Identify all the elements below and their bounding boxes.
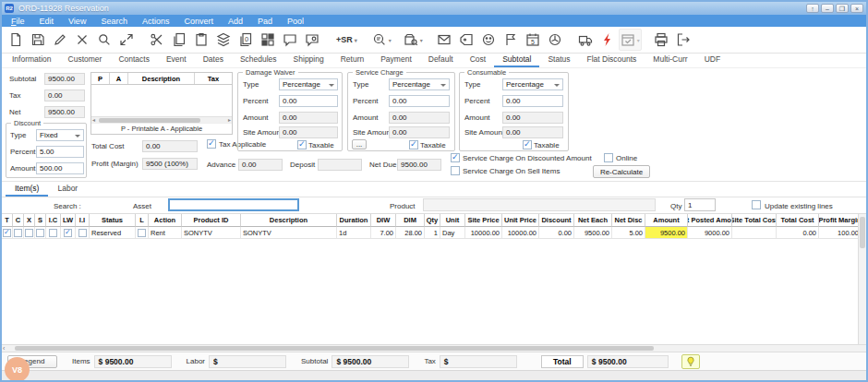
tab-status[interactable]: Status xyxy=(539,53,578,67)
sc-percent-field[interactable]: 0.00 xyxy=(389,95,450,107)
row-cell-net-posted-amou-[interactable]: 9000.00 xyxy=(688,227,732,239)
row-checkbox-lw[interactable] xyxy=(64,229,72,237)
qty-input[interactable] xyxy=(684,198,716,211)
scroll-left-icon[interactable]: ‹ xyxy=(3,345,5,352)
cut-button[interactable] xyxy=(146,29,168,51)
grid-col-profit-margin[interactable]: Profit Margin xyxy=(819,214,862,227)
grid-col-description[interactable]: Description xyxy=(241,214,337,227)
row-checkbox-t[interactable] xyxy=(3,229,11,237)
menu-file[interactable]: File xyxy=(4,15,32,27)
row-cell-dim[interactable]: 28.00 xyxy=(396,227,425,239)
grid-col-product-id[interactable]: Product ID xyxy=(182,214,241,227)
truck-button[interactable] xyxy=(574,29,597,51)
grid-col-i-i[interactable]: I.I xyxy=(76,214,90,227)
calendar-button[interactable]: 5 xyxy=(522,29,544,51)
dw-taxable-checkbox[interactable] xyxy=(297,140,307,149)
tab-contacts[interactable]: Contacts xyxy=(110,53,158,67)
tab-event[interactable]: Event xyxy=(158,53,195,67)
row-checkbox-i-c[interactable] xyxy=(49,229,57,237)
row-cell-net-each[interactable]: 9500.00 xyxy=(574,227,612,239)
email-button[interactable] xyxy=(433,29,455,51)
row-cell-x[interactable] xyxy=(24,227,35,239)
sc-more-button[interactable]: ... xyxy=(352,139,367,149)
tab-shipping[interactable]: Shipping xyxy=(285,53,332,67)
paste-button[interactable] xyxy=(190,29,212,51)
row-cell-t[interactable] xyxy=(2,227,13,239)
hint-bulb-button[interactable] xyxy=(681,354,700,369)
discount-percent-field[interactable]: 5.00 xyxy=(36,146,84,158)
grid-col-i-c[interactable]: I.C xyxy=(46,214,61,227)
row-checkbox-c[interactable] xyxy=(14,229,22,237)
grid-col-site-price[interactable]: Site Price xyxy=(465,214,502,227)
tab-information[interactable]: Information xyxy=(4,53,60,67)
comment-button[interactable] xyxy=(279,29,301,51)
row-cell-site-price[interactable]: 10000.00 xyxy=(465,227,502,239)
menu-pool[interactable]: Pool xyxy=(280,15,311,27)
edit-button[interactable] xyxy=(49,29,71,51)
comment-search-button[interactable] xyxy=(301,29,323,51)
sc-taxable-checkbox[interactable] xyxy=(409,140,418,149)
row-cell-description[interactable]: SONYTV xyxy=(241,227,337,239)
tab-udf[interactable]: UDF xyxy=(696,53,729,67)
row-cell-amount[interactable]: 9500.00 xyxy=(645,227,688,239)
flag-button[interactable] xyxy=(500,29,522,51)
menu-search[interactable]: Search xyxy=(93,15,135,27)
discount-type-select[interactable]: Fixed xyxy=(36,129,84,141)
update-existing-checkbox[interactable] xyxy=(752,200,761,209)
menu-view[interactable]: View xyxy=(61,15,93,27)
row-checkbox-i-i[interactable] xyxy=(78,229,87,237)
grid-col-status[interactable]: Status xyxy=(90,214,136,227)
tab-default[interactable]: Default xyxy=(420,53,462,67)
grid-col-dim[interactable]: DIM xyxy=(396,214,425,227)
row-checkbox-l[interactable] xyxy=(138,229,146,237)
row-cell-unit[interactable]: Day xyxy=(440,227,465,239)
tax-applicable-checkbox[interactable] xyxy=(207,139,216,149)
grid-col-total-cost[interactable]: Total Cost xyxy=(777,214,819,227)
sc-on-discounted-checkbox[interactable] xyxy=(451,153,460,162)
new-document-button[interactable] xyxy=(5,29,27,51)
tab-multi-curr[interactable]: Multi-Curr xyxy=(645,53,695,67)
row-cell-l[interactable] xyxy=(136,227,149,239)
row-cell-qty[interactable]: 1 xyxy=(425,227,440,239)
scroll-right-icon[interactable]: ▸ xyxy=(228,117,231,124)
row-cell-net-disc[interactable]: 5.00 xyxy=(612,227,645,239)
grid-col-net-posted-amou-[interactable]: Net Posted Amou... xyxy=(688,214,732,227)
grid-view-button[interactable] xyxy=(257,29,279,51)
tab-customer[interactable]: Customer xyxy=(60,53,111,67)
cons-percent-field[interactable]: 0.00 xyxy=(502,95,563,107)
time-clock-button[interactable] xyxy=(544,29,566,51)
row-cell-duration[interactable]: 1d xyxy=(337,227,371,239)
tab-payment[interactable]: Payment xyxy=(372,53,420,67)
grid-vscroll-thumb[interactable] xyxy=(860,217,865,248)
online-checkbox[interactable] xyxy=(604,153,613,162)
row-cell-profit-margin[interactable]: 100.00 xyxy=(819,227,862,239)
row-cell-unit-price[interactable]: 10000.00 xyxy=(502,227,539,239)
row-cell-c[interactable] xyxy=(13,227,24,239)
search-document-button[interactable]: ▾ xyxy=(370,29,393,51)
grid-horizontal-scrollbar[interactable]: ‹ xyxy=(2,344,866,352)
tab-schedules[interactable]: Schedules xyxy=(232,53,285,67)
copy-button[interactable] xyxy=(168,29,190,51)
deposit-value[interactable] xyxy=(318,159,362,171)
grid-col-lw[interactable]: LW xyxy=(61,214,76,227)
dw-percent-field[interactable]: 0.00 xyxy=(279,95,338,107)
quick-bolt-button[interactable] xyxy=(597,29,619,51)
row-cell-lw[interactable] xyxy=(61,227,76,239)
tab-subtotal[interactable]: Subtotal xyxy=(494,53,539,67)
row-cell-status[interactable]: Reserved xyxy=(90,227,136,239)
grid-hscroll-thumb[interactable] xyxy=(15,346,654,351)
smiley-button[interactable] xyxy=(477,29,500,51)
row-cell-i-i[interactable] xyxy=(76,227,90,239)
pa-scroll-thumb[interactable] xyxy=(99,118,200,123)
exit-button[interactable] xyxy=(672,29,694,51)
grid-col-site-total-cost[interactable]: Site Total Cost xyxy=(732,214,777,227)
row-cell-product-id[interactable]: SONYTV xyxy=(182,227,241,239)
tag-button[interactable] xyxy=(455,29,477,51)
tab-cost[interactable]: Cost xyxy=(462,53,494,67)
row-cell-diw[interactable]: 7.00 xyxy=(371,227,396,239)
row-cell-s[interactable] xyxy=(35,227,46,239)
grid-col-t[interactable]: T xyxy=(2,214,13,227)
add-sr-button[interactable]: +SR▾ xyxy=(332,29,362,51)
menu-add[interactable]: Add xyxy=(221,15,250,27)
row-cell-i-c[interactable] xyxy=(46,227,61,239)
